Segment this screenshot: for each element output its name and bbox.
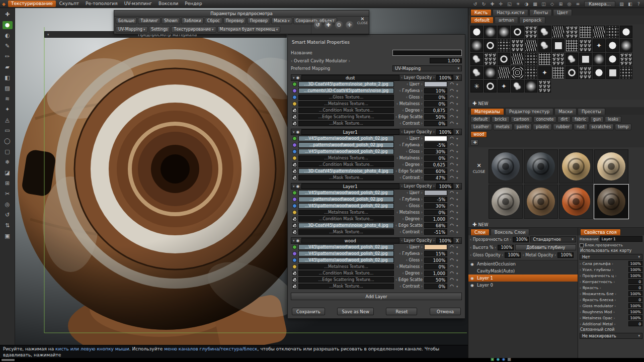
metal-opacity-label[interactable]: Metal Opacity [522,253,556,257]
channel-label[interactable]: Gloss [395,204,423,208]
texture-path-field[interactable]: ...V45\patterns\wood\wood_polish_02.jpg [298,251,394,256]
brush-alpha-thumbnail[interactable] [525,53,537,65]
visibility-icon[interactable]: ◉ [470,283,475,288]
channel-value[interactable] [424,190,447,196]
pan-icon[interactable]: ✚ [325,21,333,29]
status-green-icon[interactable]: ▣ [491,357,495,362]
layer-opacity-value[interactable]: 100% [436,238,453,243]
curve-icon[interactable]: ◠ [449,284,455,289]
material-thumbnail[interactable] [594,185,628,219]
chevron-down-icon[interactable]: ▾ [456,169,460,173]
layer-list-item[interactable]: ◉ Layer 0 [468,282,578,289]
menu-item[interactable]: Текстурирование [8,1,56,7]
curve-icon[interactable]: ◠ [449,229,455,235]
panel-icon[interactable]: ▤ [618,2,625,7]
remove-layer-button[interactable]: X [455,130,460,135]
channel-value[interactable]: 0% [424,264,447,269]
collapse-icon[interactable]: ▾ [293,239,295,243]
material-thumbnail[interactable] [489,185,523,219]
chevron-down-icon[interactable]: ▾ [456,224,460,228]
use-as-map-dropdown[interactable]: Нет ▾ [580,254,642,260]
channel-label[interactable]: Глубина [395,197,423,202]
tool-button[interactable]: ◐ [3,32,13,40]
remove-layer-button[interactable]: X [455,238,460,243]
chevron-down-icon[interactable]: ▾ [456,82,460,86]
layer-list-item[interactable]: ◉ Layer 1 [468,275,578,282]
brush-alpha-thumbnail[interactable] [552,53,565,65]
toolbar-button[interactable]: Текстурирование [171,26,216,33]
zoom-icon[interactable]: ⊙ [335,21,343,29]
channel-value[interactable]: 0,625 [424,162,447,167]
texture-path-field[interactable]: ...V45\patterns\wood\wood_polish_02.jpg [298,190,394,196]
texture-path-field[interactable]: ...V45\patterns\wood\wood_polish_02.jpg [298,244,394,250]
texture-path-field[interactable]: ...Metalness Texture... [298,210,394,215]
layer-opacity-label[interactable]: Layer Opacity [401,238,435,243]
channel-label[interactable]: Contrast [395,230,423,234]
curve-icon[interactable]: ◠ [449,114,455,120]
layer-group-header[interactable]: ▾ ◉ dust Layer Opacity 100% X [291,74,462,81]
channel-label[interactable]: Глубина [395,251,423,256]
tool-button[interactable]: ▨ [3,84,13,93]
brush-alpha-thumbnail[interactable] [579,53,592,65]
brush-alpha-thumbnail[interactable] [552,26,565,38]
help-icon[interactable]: ? [635,2,642,7]
brush-alpha-thumbnail[interactable] [525,66,537,79]
new-material-button[interactable]: ✚ NEW [472,222,489,227]
channel-value[interactable] [424,81,447,87]
texture-path-field[interactable]: ...Metalness Texture... [298,155,394,161]
tool-button[interactable]: ◬ [3,116,13,124]
material-category-chip[interactable]: dirt [557,116,571,123]
brush-alpha-thumbnail[interactable] [525,39,537,52]
brush-alpha-thumbnail[interactable] [606,53,619,65]
layers-tab[interactable]: Воксель Слои [491,229,529,235]
curve-icon[interactable]: ◠ [449,264,455,269]
status-grey-icon[interactable]: ▦ [508,357,512,362]
channel-value[interactable]: 68% [424,223,447,228]
curve-icon[interactable]: ◠ [449,95,455,100]
brush-alpha-thumbnail[interactable] [525,26,537,38]
curve-icon[interactable]: ◠ [449,175,455,180]
channel-label[interactable]: Цвет [395,191,423,195]
brush-alpha-thumbnail[interactable] [538,26,551,38]
toolbar-button[interactable]: Маска [271,18,292,24]
dock-tab[interactable]: Кисть [470,9,492,16]
menu-item[interactable]: UV-мэппинг [121,1,155,7]
wireframe-icon[interactable]: ◇ [549,2,555,7]
toolbar-button[interactable]: UV-Mapping [116,26,148,33]
metal-opacity-value[interactable]: 100% [557,252,574,258]
status-teal-icon[interactable]: ◉ [497,357,500,362]
channel-value[interactable]: 60% [424,168,447,174]
toolbar-button[interactable]: Сброс [205,18,222,24]
channel-value[interactable]: 0% [424,121,447,126]
channel-label[interactable]: Цвет [395,245,423,249]
brush-alpha-thumbnail[interactable] [620,26,632,38]
brush-alpha-thumbnail[interactable] [566,66,578,79]
dialog-button[interactable]: Reset [386,308,417,315]
layer-group-header[interactable]: ▾ ◉ Layer1 Layer Opacity 100% X [291,183,462,190]
tool-button[interactable]: ◪ [3,169,13,177]
texture-path-field[interactable]: ...Metalness Texture... [298,101,394,107]
brush-alpha-thumbnail[interactable] [579,39,592,52]
layer-opacity-value[interactable]: 100% [513,237,529,242]
curve-icon[interactable]: ◠ [449,244,455,250]
visibility-icon[interactable]: ◉ [296,184,300,189]
menu-item[interactable]: Рендер [182,1,205,7]
material-thumbnail[interactable] [524,185,558,219]
dialog-button[interactable]: Отмена [430,308,461,315]
brush-alpha-thumbnail[interactable] [470,26,483,38]
menu-item[interactable]: Ре-топология [83,1,121,7]
channel-label[interactable]: Цвет [395,136,423,141]
layer-opacity-value[interactable]: 100% [436,184,453,189]
layer-opacity-label[interactable]: Layer Opacity [401,130,435,134]
tool-button[interactable]: ✦ [3,106,13,114]
rotate-icon[interactable]: ↺ [314,21,322,29]
layer-group-header[interactable]: ▾ ◉ wood Layer Opacity 100% X [291,237,462,244]
channel-label[interactable]: Gloss [395,258,423,262]
brush-alpha-thumbnail[interactable] [470,39,483,52]
material-category-chip[interactable]: rust [574,124,588,130]
texture-path-field[interactable]: ...Mask Texture... [298,284,394,289]
brush-alpha-thumbnail[interactable] [606,26,619,38]
brush-alpha-thumbnail[interactable] [579,26,592,38]
chevron-down-icon[interactable]: ▾ [456,217,460,221]
brush-alpha-thumbnail[interactable] [525,80,537,93]
